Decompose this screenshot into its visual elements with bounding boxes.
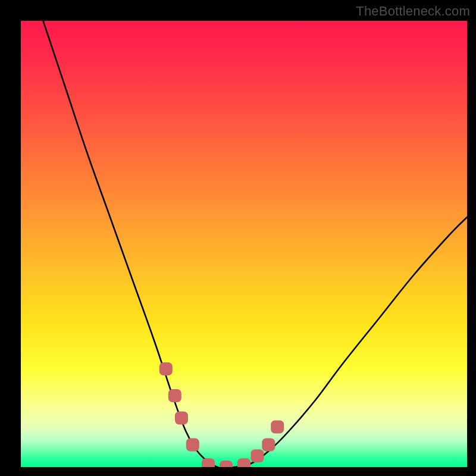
watermark-text: TheBottleneck.com bbox=[356, 4, 470, 19]
highlighted-point bbox=[159, 362, 173, 375]
highlighted-point bbox=[186, 439, 199, 452]
chart-svg bbox=[21, 21, 467, 467]
highlighted-point bbox=[251, 449, 264, 462]
highlighted-point bbox=[271, 421, 284, 434]
highlighted-points-group bbox=[159, 362, 284, 467]
highlighted-point bbox=[237, 458, 250, 467]
chart-frame: TheBottleneck.com bbox=[0, 0, 476, 476]
highlighted-point bbox=[175, 412, 188, 425]
highlighted-point bbox=[168, 389, 181, 402]
bottleneck-curve bbox=[43, 21, 468, 467]
plot-area bbox=[21, 21, 467, 467]
highlighted-point bbox=[220, 461, 233, 467]
highlighted-point bbox=[262, 439, 275, 452]
highlighted-point bbox=[202, 458, 215, 467]
